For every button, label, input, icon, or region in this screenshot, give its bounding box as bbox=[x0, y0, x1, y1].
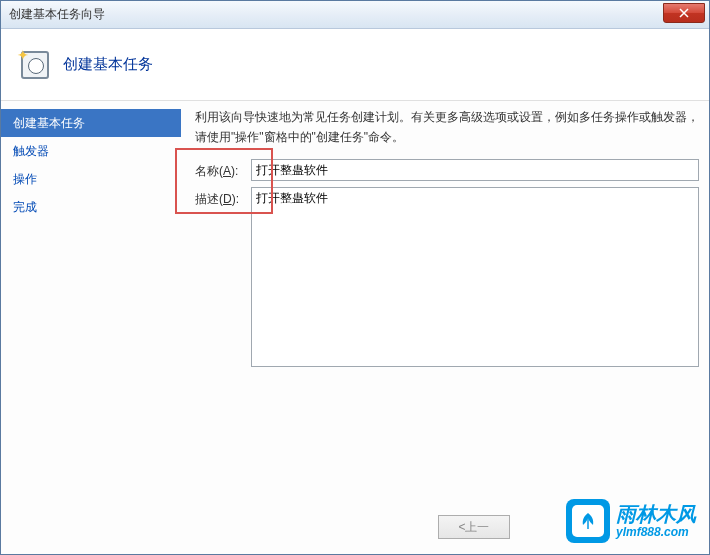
leaf-icon bbox=[572, 505, 604, 537]
content-area: 创建基本任务 触发器 操作 完成 利用该向导快速地为常见任务创建计划。有关更多高… bbox=[1, 101, 709, 554]
sidebar: 创建基本任务 触发器 操作 完成 bbox=[1, 101, 181, 554]
sidebar-item-trigger[interactable]: 触发器 bbox=[1, 137, 181, 165]
window-title: 创建基本任务向导 bbox=[9, 6, 105, 23]
page-title: 创建基本任务 bbox=[63, 55, 153, 74]
name-row: 名称(A): bbox=[181, 159, 699, 181]
close-icon bbox=[679, 8, 689, 18]
description-label: 描述(D): bbox=[195, 187, 251, 208]
back-button[interactable]: <上一 bbox=[438, 515, 510, 539]
description-input[interactable] bbox=[251, 187, 699, 367]
footer-buttons: <上一 bbox=[438, 515, 510, 539]
sidebar-item-action[interactable]: 操作 bbox=[1, 165, 181, 193]
name-input[interactable] bbox=[251, 159, 699, 181]
watermark-logo bbox=[566, 499, 610, 543]
watermark-brand: 雨林木风 bbox=[616, 503, 696, 525]
header-section: ✦ 创建基本任务 bbox=[1, 29, 709, 101]
sidebar-item-create-basic-task[interactable]: 创建基本任务 bbox=[1, 109, 181, 137]
titlebar[interactable]: 创建基本任务向导 bbox=[1, 1, 709, 29]
description-row: 描述(D): bbox=[181, 187, 699, 367]
name-label: 名称(A): bbox=[195, 159, 251, 180]
watermark-url: ylmf888.com bbox=[616, 525, 696, 539]
main-pane: 利用该向导快速地为常见任务创建计划。有关更多高级选项或设置，例如多任务操作或触发… bbox=[181, 101, 709, 554]
wizard-description: 利用该向导快速地为常见任务创建计划。有关更多高级选项或设置，例如多任务操作或触发… bbox=[181, 107, 699, 147]
task-wizard-icon: ✦ bbox=[19, 49, 51, 81]
close-button[interactable] bbox=[663, 3, 705, 23]
sidebar-item-finish[interactable]: 完成 bbox=[1, 193, 181, 221]
watermark: 雨林木风 ylmf888.com bbox=[566, 499, 696, 543]
wizard-window: 创建基本任务向导 ✦ 创建基本任务 创建基本任务 触发器 操作 完成 利用该向导… bbox=[0, 0, 710, 555]
watermark-text: 雨林木风 ylmf888.com bbox=[616, 503, 696, 539]
